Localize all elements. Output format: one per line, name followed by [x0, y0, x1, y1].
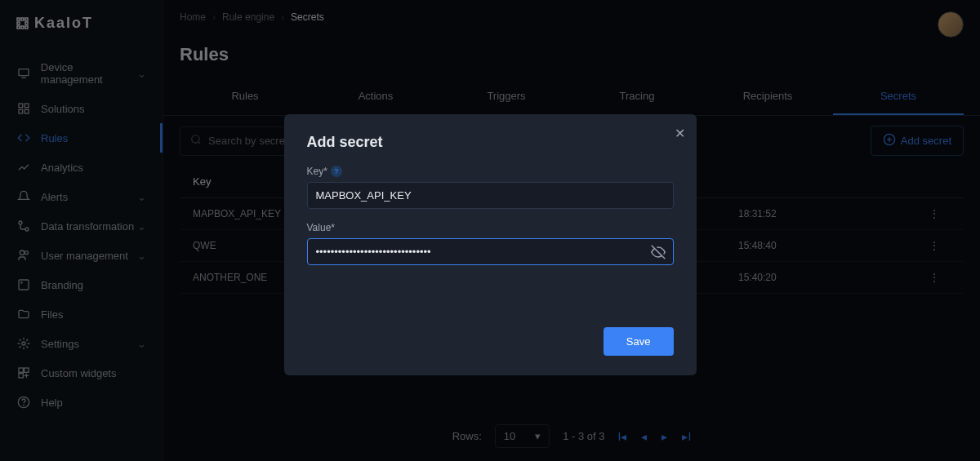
modal-overlay[interactable]: ✕ Add secret Key* ? Value* Save: [0, 0, 980, 461]
key-field-label: Key* ?: [307, 166, 674, 177]
value-input[interactable]: [307, 238, 674, 265]
eye-off-icon[interactable]: [651, 245, 666, 263]
modal-actions: Save: [307, 327, 674, 356]
close-icon[interactable]: ✕: [675, 126, 685, 141]
modal-title: Add secret: [307, 134, 674, 151]
value-field-label: Value*: [307, 222, 674, 233]
save-button[interactable]: Save: [604, 327, 674, 356]
key-input[interactable]: [307, 182, 674, 209]
help-icon[interactable]: ?: [331, 166, 342, 177]
add-secret-modal: ✕ Add secret Key* ? Value* Save: [284, 114, 697, 375]
